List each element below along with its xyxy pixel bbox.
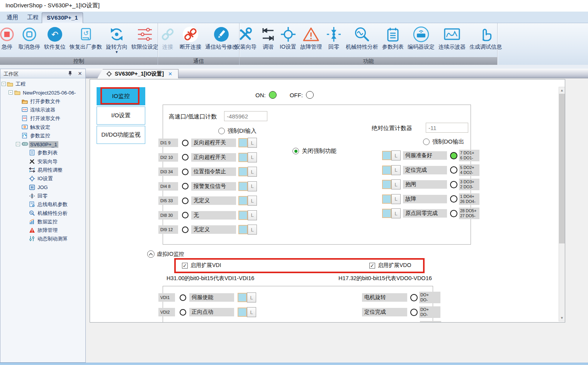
tree-expander-icon[interactable]: −	[16, 142, 20, 146]
ribbon-button-rotation-direction[interactable]: 旋转方向▼	[104, 25, 129, 54]
collapse-icon[interactable]	[147, 250, 155, 258]
close-icon[interactable]: ✕	[77, 70, 83, 76]
do-level-button[interactable]: L	[391, 208, 401, 218]
tree-item-回零[interactable]: 回零	[0, 192, 85, 200]
do-force-toggle[interactable]	[382, 209, 391, 218]
tree-item-工程[interactable]: −工程	[0, 80, 85, 88]
do-force-toggle[interactable]	[382, 166, 391, 175]
vdi-level-button[interactable]: L	[247, 307, 256, 317]
tree-item-参数列表[interactable]: 参数列表	[0, 149, 85, 157]
ribbon-button-io-config[interactable]: IO设置	[278, 25, 298, 50]
di-force-toggle[interactable]	[238, 153, 248, 162]
di-force-toggle[interactable]	[238, 196, 248, 205]
ribbon-button-tuning[interactable]: 调谐	[259, 25, 277, 50]
counter-input[interactable]	[224, 111, 267, 121]
ribbon-button-cancel-stop[interactable]: 取消急停	[17, 25, 42, 50]
di-force-toggle[interactable]	[238, 182, 248, 191]
document-tab-label: SV630P+_1[IO设置]	[115, 71, 164, 78]
ribbon-button-emergency-stop[interactable]: 急停	[0, 25, 16, 50]
tree-item-JOG[interactable]: JOG	[0, 183, 85, 192]
tree-item-label: 易用性调整	[36, 166, 64, 174]
abs-counter-input[interactable]	[426, 123, 468, 133]
di-level-button[interactable]: L	[248, 196, 257, 206]
ribbon-button-fault[interactable]: 故障管理	[299, 25, 323, 50]
scroll-down-icon[interactable]: ▼	[559, 315, 565, 321]
tree-item-数据监控[interactable]: 数据监控	[0, 218, 85, 226]
do-force-toggle[interactable]	[382, 151, 391, 160]
tree-item-安装向导[interactable]: 安装向导	[0, 157, 85, 166]
do-level-button[interactable]: L	[391, 150, 401, 161]
di-pin-label: DI1 9	[158, 139, 178, 147]
di-level-button[interactable]: L	[248, 181, 257, 191]
di-level-button[interactable]: L	[248, 210, 257, 220]
force-di-radio[interactable]: 强制DI输入	[218, 127, 257, 135]
scroll-up-icon[interactable]: ▲	[559, 87, 565, 93]
tree-item-参数监控[interactable]: 参数监控	[0, 132, 85, 140]
ribbon-button-encoder[interactable]: 编码器设定	[406, 25, 436, 50]
vdi-force-toggle[interactable]	[238, 308, 247, 317]
tree-item-SV630P+_1[interactable]: −SV630P+_1	[0, 140, 85, 149]
ribbon-button-scope[interactable]: 连续示波器	[437, 25, 467, 50]
tree-item-IO设置[interactable]: IO设置	[0, 174, 85, 183]
side-tab-2[interactable]: I/O设置	[97, 106, 145, 125]
document-tab-close-icon[interactable]: ✕	[168, 71, 172, 77]
ribbon-button-label: 急停	[2, 43, 12, 50]
ribbon-button-debug-info[interactable]: 生成调试信息	[468, 25, 503, 50]
ribbon-button-install-wizard[interactable]: 安装向导	[233, 25, 258, 50]
ribbon-button-software-reset[interactable]: ↶软件复位	[42, 25, 67, 50]
menu-tab-2[interactable]: 工程	[22, 12, 43, 23]
ribbon-button-disconnect[interactable]: 断开连接	[178, 25, 203, 50]
di-level-button[interactable]: L	[248, 152, 257, 162]
tree-item-机械特性分析[interactable]: 机械特性分析	[0, 209, 85, 218]
document-tab[interactable]: SV630P+_1[IO设置] ✕	[97, 69, 178, 78]
vdi-force-toggle[interactable]	[238, 293, 247, 302]
di-force-toggle[interactable]	[238, 211, 248, 220]
scrollbar-thumb[interactable]	[559, 94, 565, 243]
do-force-toggle[interactable]	[382, 194, 391, 204]
vertical-scrollbar[interactable]: ▲ ▼	[559, 87, 565, 321]
tree-item-故障管理[interactable]: 故障管理	[0, 226, 85, 235]
do-level-button[interactable]: L	[391, 194, 401, 204]
tree-item-易用性调整[interactable]: 易用性调整	[0, 166, 85, 174]
on-indicator	[269, 91, 277, 99]
vdi-level-button[interactable]: L	[247, 292, 256, 302]
ribbon-button-connect[interactable]: 连接	[158, 25, 177, 50]
tree-item-总线电机参数[interactable]: 总线电机参数	[0, 200, 85, 209]
di-level-button[interactable]: L	[248, 167, 257, 177]
do-level-button[interactable]: L	[391, 165, 401, 175]
svg-text:↶: ↶	[51, 30, 58, 39]
ribbon-button-mech-analysis[interactable]: 机械特性分析	[344, 25, 380, 50]
pin-icon[interactable]	[67, 70, 73, 76]
menu-tab-3[interactable]: SV630P+_1	[42, 12, 83, 23]
ribbon-button-param-list[interactable]: 参数列表	[381, 25, 405, 50]
tree-expander-icon[interactable]: −	[8, 90, 13, 95]
di-force-toggle[interactable]	[238, 138, 248, 147]
side-tab-3[interactable]: DI/DO功能监视	[97, 126, 145, 144]
di-force-toggle[interactable]	[238, 225, 248, 234]
tree-item-触发设定[interactable]: 触发设定	[0, 123, 85, 132]
tree-item-打开波形文件[interactable]: 打开波形文件	[0, 114, 85, 123]
vdo-pin-bottom: DO-	[420, 297, 440, 302]
di-force-toggle[interactable]	[238, 167, 248, 176]
do-state-indicator	[450, 166, 457, 174]
tree-expander-icon[interactable]: −	[2, 82, 6, 86]
ribbon-button-factory-reset[interactable]: ↺恢复出厂参数	[68, 25, 104, 50]
do-function-label: 定位完成	[403, 166, 447, 174]
tree-item-动态制动测算[interactable]: 动态制动测算	[0, 235, 85, 243]
ribbon-button-soft-limit[interactable]: 软限位设定	[130, 25, 160, 50]
tree-item-NewProject2025-06-06-[interactable]: −NewProject2025-06-06-	[0, 88, 85, 97]
tree-item-打开参数文件[interactable]: 打开参数文件	[0, 97, 85, 106]
dropdown-arrow-icon[interactable]: ▼	[115, 50, 119, 54]
tree-item-连续示波器[interactable]: 连续示波器	[0, 106, 85, 114]
di-level-button[interactable]: L	[248, 225, 257, 235]
di-level-button[interactable]: L	[248, 138, 257, 148]
enable-vdi-checkbox[interactable]: ✓启用扩展VDI	[182, 262, 221, 269]
ribbon-button-homing[interactable]: 回零	[324, 25, 343, 50]
side-tab-1[interactable]: IO监控	[97, 87, 145, 105]
do-force-toggle[interactable]	[382, 180, 391, 189]
menu-tab-1[interactable]: 通用	[2, 12, 23, 23]
do-level-button[interactable]: L	[391, 179, 401, 189]
force-off-radio[interactable]: 关闭强制功能	[292, 147, 336, 155]
force-do-radio[interactable]: 强制DO输出	[423, 138, 464, 145]
enable-vdo-checkbox[interactable]: ✓启用扩展VDO	[369, 262, 411, 269]
